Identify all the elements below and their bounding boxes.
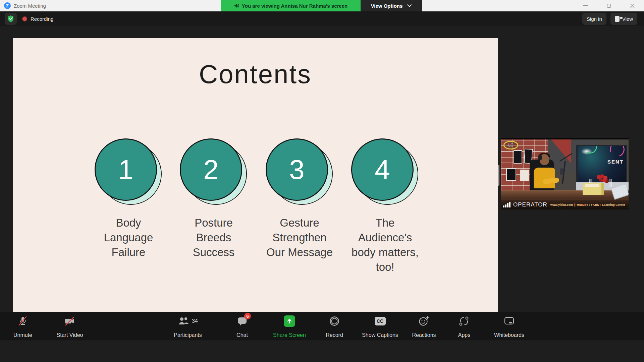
mic-muted-icon: [17, 315, 29, 327]
circle-number: 3: [266, 138, 328, 201]
close-button[interactable]: [621, 0, 644, 11]
item-label: Body Language Failure: [85, 216, 172, 260]
record-icon: [329, 316, 340, 326]
share-screen-button[interactable]: Share Screen: [269, 315, 310, 338]
apps-icon: [459, 316, 470, 326]
circle-number: 1: [95, 138, 157, 201]
red-flowers: [597, 175, 601, 179]
share-screen-label: Share Screen: [273, 332, 306, 338]
show-captions-button[interactable]: CC Show Captions: [358, 315, 402, 338]
restore-button[interactable]: [597, 0, 621, 11]
wall-poster: [506, 168, 516, 181]
tv-sent-text: SENT: [607, 159, 624, 165]
speaker-icon: [234, 3, 239, 8]
headphones: [538, 155, 542, 160]
chat-unread-badge: 6: [244, 313, 251, 319]
camera-off-icon: [64, 315, 76, 327]
participants-count: 34: [192, 318, 198, 324]
restore-icon: [607, 4, 611, 8]
item-label: The Audience's body matters, too!: [341, 216, 429, 275]
whiteboards-button[interactable]: Whiteboards: [486, 315, 533, 338]
wall-poster: [520, 170, 529, 181]
item-label: Gesture Strengthen Our Message: [256, 216, 343, 260]
circle-number: 4: [351, 138, 414, 201]
zoom-meeting-window: Z Zoom Meeting You are viewing Annisa Nu…: [0, 0, 644, 362]
view-layout-button[interactable]: View: [610, 13, 637, 25]
sign-in-label: Sign in: [587, 16, 602, 22]
view-layout-label: View: [622, 16, 633, 22]
slide-item-1: 1 Body Language Failure: [85, 138, 172, 260]
view-layout-icon: [615, 16, 620, 22]
wall-poster: [514, 150, 522, 164]
slide-item-3: 3 Gesture Strengthen Our Message: [256, 138, 343, 260]
chevron-down-icon: [407, 4, 412, 7]
record-label: Record: [326, 332, 343, 338]
screen-share-banner: You are viewing Annisa Nur Rahma's scree…: [221, 0, 361, 11]
participants-button[interactable]: 34 Participants: [166, 315, 210, 338]
meeting-header-right: Sign in View: [582, 11, 637, 26]
video-scene: LC SENT: [501, 139, 629, 209]
apps-label: Apps: [458, 332, 470, 338]
shared-screen-area: Contents 1 Body Language Failure 2 Postu…: [0, 26, 644, 312]
unmute-label: Unmute: [13, 332, 32, 338]
start-video-button[interactable]: Start Video: [49, 315, 90, 338]
minimize-icon: [583, 5, 588, 6]
signal-bars-icon: [503, 202, 511, 207]
reactions-button[interactable]: Reactions: [404, 315, 444, 338]
chat-label: Chat: [236, 332, 248, 338]
reactions-label: Reactions: [412, 332, 436, 338]
zoom-toolbar: Unmute Start Video 3: [0, 312, 644, 341]
video-panel-handle[interactable]: [498, 165, 499, 186]
zoom-logo-icon: Z: [4, 2, 11, 9]
slide-item-4: 4 The Audience's body matters, too!: [341, 138, 429, 275]
show-captions-label: Show Captions: [362, 332, 398, 338]
numbered-circle-1: 1: [95, 138, 162, 206]
glass-jar: [609, 179, 612, 187]
item-label: Posture Breeds Success: [170, 216, 257, 260]
numbered-circle-2: 2: [180, 138, 248, 206]
window-controls: [574, 0, 644, 11]
slide-item-2: 2 Posture Breeds Success: [170, 138, 257, 260]
presentation-slide: Contents 1 Body Language Failure 2 Postu…: [13, 38, 498, 312]
unmute-button[interactable]: Unmute: [6, 315, 40, 338]
lc-sign: LC: [503, 141, 518, 149]
numbered-circle-3: 3: [266, 138, 333, 206]
studio-mic: [560, 168, 564, 175]
numbered-circle-4: 4: [351, 138, 419, 206]
meeting-header-left: Recording: [5, 11, 53, 26]
participants-label: Participants: [174, 332, 202, 338]
meeting-header-bar: Recording Sign in View: [0, 11, 644, 26]
participant-video-thumbnail[interactable]: LC SENT: [501, 138, 629, 209]
tissue-box: [583, 183, 604, 195]
view-options-button[interactable]: View Options: [361, 0, 422, 11]
recording-indicator: Recording: [22, 16, 53, 22]
whiteboard-icon: [503, 316, 515, 326]
start-video-label: Start Video: [57, 332, 83, 338]
whiteboards-label: Whiteboards: [494, 332, 524, 338]
circle-number: 2: [180, 138, 242, 201]
studio-tv-screen: SENT: [576, 145, 627, 184]
captions-cc-icon: CC: [375, 317, 386, 325]
screen-share-banner-text: You are viewing Annisa Nur Rahma's scree…: [242, 3, 347, 9]
neon-ring: [607, 145, 627, 159]
minimize-button[interactable]: [574, 0, 597, 11]
sign-in-button[interactable]: Sign in: [582, 13, 606, 25]
recording-label: Recording: [31, 16, 53, 22]
recording-dot-icon: [22, 16, 27, 21]
participants-icon: [178, 316, 189, 326]
windows-taskbar: Search 32° T: [0, 341, 644, 362]
video-name-overlay: OPERATOR www.ylcku.com || Youtube : YKBU…: [501, 200, 629, 209]
window-title: Zoom Meeting: [14, 3, 46, 9]
shield-check-icon: [7, 15, 14, 22]
chat-icon-wrap: 6: [237, 316, 248, 326]
slide-title: Contents: [13, 59, 498, 89]
title-bar-left: Z Zoom Meeting: [4, 0, 46, 11]
title-bar: Z Zoom Meeting You are viewing Annisa Nu…: [0, 0, 644, 11]
close-icon: [630, 4, 635, 8]
record-button[interactable]: Record: [318, 315, 351, 338]
security-shield-button[interactable]: [5, 13, 17, 25]
view-options-label: View Options: [371, 3, 403, 9]
reactions-smiley-icon: [418, 315, 430, 327]
chat-button[interactable]: 6 Chat: [225, 315, 259, 338]
apps-button[interactable]: Apps: [447, 315, 481, 338]
